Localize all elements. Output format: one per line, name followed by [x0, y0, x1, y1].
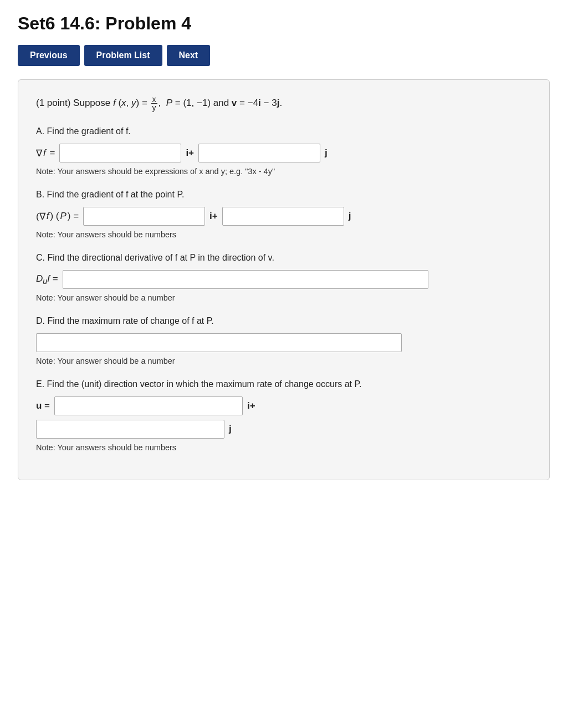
- section-D-label: D. Find the maximum rate of change of f …: [36, 314, 531, 328]
- problem-box: (1 point) Suppose f (x, y) = xy, P = (1,…: [18, 79, 550, 480]
- section-E-input-row-j: j: [36, 420, 531, 439]
- j-label-A: j: [325, 148, 328, 159]
- i-plus-label-B: i+: [209, 211, 218, 222]
- previous-button[interactable]: Previous: [18, 45, 80, 66]
- gradient-label-B: (∇f) (P) =: [36, 211, 79, 222]
- section-A-input-row: ∇f = i+ j: [36, 144, 531, 162]
- u-label-E: u =: [36, 400, 50, 411]
- section-E-label: E. Find the (unit) direction vector in w…: [36, 378, 531, 391]
- section-C-label: C. Find the directional derivative of f …: [36, 251, 531, 265]
- section-A: A. Find the gradient of f. ∇f = i+ j Not…: [36, 125, 531, 176]
- section-B-input-row: (∇f) (P) = i+ j: [36, 207, 531, 226]
- section-D: D. Find the maximum rate of change of f …: [36, 314, 531, 365]
- section-B-note: Note: Your answers should be numbers: [36, 230, 531, 239]
- point-P: P: [166, 98, 172, 108]
- unit-vector-j-input-E[interactable]: [36, 420, 224, 439]
- gradient-i-input-A[interactable]: [59, 144, 181, 162]
- gradient-i-input-B[interactable]: [83, 207, 205, 226]
- section-B: B. Find the gradient of f at the point P…: [36, 188, 531, 239]
- i-plus-label-A: i+: [186, 148, 194, 159]
- section-C-note: Note: Your answer should be a number: [36, 293, 531, 302]
- i-plus-label-E: i+: [247, 400, 255, 411]
- j-label-B: j: [349, 211, 351, 222]
- gradient-label-A: ∇f =: [36, 148, 55, 159]
- section-E-input-row-i: u = i+: [36, 396, 531, 415]
- section-B-label: B. Find the gradient of f at the point P…: [36, 188, 531, 201]
- function-notation: f: [113, 98, 116, 108]
- next-button[interactable]: Next: [167, 45, 211, 66]
- section-E-note: Note: Your answers should be numbers: [36, 443, 531, 452]
- section-E: E. Find the (unit) direction vector in w…: [36, 378, 531, 452]
- section-D-note: Note: Your answer should be a number: [36, 357, 531, 365]
- section-C: C. Find the directional derivative of f …: [36, 251, 531, 302]
- problem-statement: (1 point) Suppose f (x, y) = xy, P = (1,…: [36, 95, 531, 111]
- section-D-input-row: [36, 333, 531, 352]
- fraction-xy: xy: [151, 95, 157, 111]
- directional-derivative-input-C[interactable]: [63, 270, 428, 289]
- points-label: (1 point) Suppose: [36, 98, 113, 108]
- vector-v: v: [232, 98, 237, 108]
- section-A-label: A. Find the gradient of f.: [36, 125, 531, 138]
- gradient-j-input-A[interactable]: [198, 144, 320, 162]
- j-label-E: j: [229, 424, 232, 435]
- nav-buttons: Previous Problem List Next: [18, 45, 570, 66]
- section-C-input-row: Duf =: [36, 270, 531, 289]
- unit-vector-i-input-E[interactable]: [54, 396, 243, 415]
- du-label-C: Duf =: [36, 273, 58, 286]
- problem-list-button[interactable]: Problem List: [84, 45, 162, 66]
- max-rate-input-D[interactable]: [36, 333, 402, 352]
- section-A-note: Note: Your answers should be expressions…: [36, 167, 531, 176]
- page-title: Set6 14.6: Problem 4: [18, 13, 570, 34]
- gradient-j-input-B[interactable]: [222, 207, 344, 226]
